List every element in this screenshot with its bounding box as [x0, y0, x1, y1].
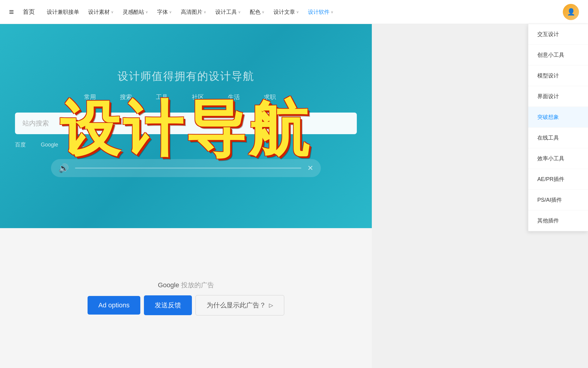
avatar-icon: 👤 [567, 8, 575, 16]
nav-item-inspiration[interactable]: 灵感酷站 ∨ [123, 8, 148, 16]
why-show-button[interactable]: 为什么显示此广告？ ▷ [196, 295, 284, 315]
chevron-down-icon: ∨ [145, 10, 148, 14]
dropdown-item-ae-pr[interactable]: AE/PR插件 [528, 169, 588, 190]
nav-item-label: 设计文章 [273, 8, 295, 16]
nav-item-label: 高清图片 [181, 8, 202, 16]
chevron-down-icon: ∨ [111, 10, 114, 14]
feedback-button[interactable]: 发送反馈 [144, 295, 192, 315]
dropdown-item-breakthrough[interactable]: 突破想象 [528, 107, 588, 128]
bottom-area: ← Google 投放的广告 Ad options 发送反馈 为什么显示此广告？… [0, 228, 372, 368]
play-icon: ▷ [269, 302, 273, 309]
chevron-down-icon: ∨ [331, 10, 333, 14]
nav-item-label: 设计兼职接单 [47, 8, 79, 16]
nav-home[interactable]: 首页 [23, 8, 35, 16]
chevron-down-icon: ∨ [262, 10, 264, 14]
dropdown-item-online-tools[interactable]: 在线工具 [528, 128, 588, 148]
nav-item-articles[interactable]: 设计文章 ∨ [273, 8, 299, 16]
hero-section: 设计师值得拥有的设计导航 常用 搜索 工具 社区 生活 求职 站内搜索 百度 G… [0, 24, 372, 228]
search-engine-google[interactable]: Google [41, 142, 58, 148]
hero-big-title: 设计导航 [60, 99, 312, 159]
dropdown-item-interaction[interactable]: 交互设计 [528, 24, 588, 45]
dropdown-item-ui-design[interactable]: 界面设计 [528, 86, 588, 107]
nav-item-photos[interactable]: 高清图片 ∨ [181, 8, 206, 16]
hero-subtitle: 设计师值得拥有的设计导航 [118, 69, 254, 84]
dropdown-item-ps-ai[interactable]: PS/AI插件 [528, 190, 588, 210]
audio-progress[interactable] [75, 167, 301, 169]
nav-item-freelance[interactable]: 设计兼职接单 [47, 8, 79, 16]
nav-item-software[interactable]: 设计软件 ∨ [308, 8, 333, 16]
dropdown-item-other-plugins[interactable]: 其他插件 [528, 210, 588, 231]
nav-item-color[interactable]: 配色 ∨ [250, 8, 264, 16]
audio-close-icon[interactable]: ✕ [307, 164, 313, 172]
nav-item-label: 配色 [250, 8, 261, 16]
avatar[interactable]: 👤 [563, 4, 579, 20]
main-content: 设计师值得拥有的设计导航 常用 搜索 工具 社区 生活 求职 站内搜索 百度 G… [0, 24, 588, 368]
nav-item-label: 设计软件 [308, 8, 330, 16]
ad-label: Google 投放的广告 [158, 281, 214, 290]
nav-item-label: 设计素材 [88, 8, 110, 16]
chevron-down-icon: ∨ [296, 10, 299, 14]
menu-icon[interactable]: ≡ [9, 7, 14, 17]
ad-label-suffix: 投放的广告 [181, 281, 214, 289]
search-engine-baidu[interactable]: 百度 [15, 141, 26, 148]
nav-item-label: 字体 [157, 8, 168, 16]
ad-buttons: Ad options 发送反馈 为什么显示此广告？ ▷ [88, 295, 284, 315]
audio-icon: 🔊 [58, 163, 69, 173]
chevron-down-icon: ∨ [169, 10, 172, 14]
nav-item-label: 灵感酷站 [123, 8, 144, 16]
nav-item-resources[interactable]: 设计素材 ∨ [88, 8, 114, 16]
ad-options-button[interactable]: Ad options [88, 296, 140, 315]
search-placeholder: 站内搜索 [22, 119, 49, 128]
dropdown-item-model-design[interactable]: 模型设计 [528, 65, 588, 86]
nav-item-label: 设计工具 [215, 8, 237, 16]
chevron-down-icon: ∨ [238, 10, 241, 14]
chevron-down-icon: ∨ [204, 10, 206, 14]
google-label: Google [158, 281, 179, 289]
ad-section: Google 投放的广告 Ad options 发送反馈 为什么显示此广告？ ▷ [88, 281, 284, 315]
dropdown-menu: 交互设计 创意小工具 模型设计 界面设计 突破想象 在线工具 效率小工具 AE/… [528, 24, 588, 231]
nav-item-fonts[interactable]: 字体 ∨ [157, 8, 172, 16]
nav-item-tools[interactable]: 设计工具 ∨ [215, 8, 241, 16]
dropdown-item-creative-tools[interactable]: 创意小工具 [528, 45, 588, 65]
why-label: 为什么显示此广告？ [207, 301, 266, 310]
dropdown-item-efficiency[interactable]: 效率小工具 [528, 148, 588, 169]
navbar: ≡ 首页 设计兼职接单 设计素材 ∨ 灵感酷站 ∨ 字体 ∨ 高清图片 ∨ 设计… [0, 0, 588, 24]
